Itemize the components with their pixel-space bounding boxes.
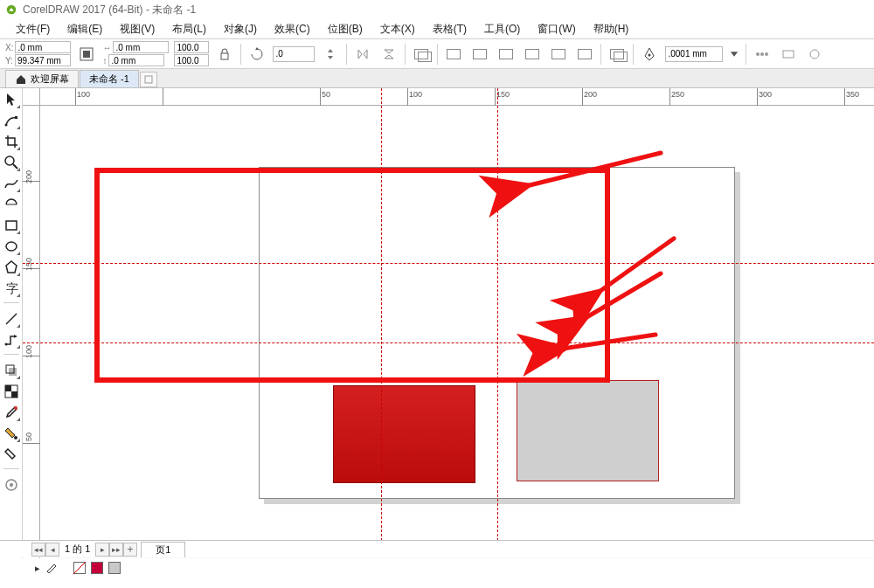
menu-bitmap[interactable]: 位图(B)	[319, 20, 371, 38]
vertical-ruler[interactable]: 20015010050	[23, 106, 40, 558]
main-area: 字 10050100150200250300350400 20015010050	[0, 88, 874, 558]
nav-add-page-button[interactable]: ＋	[123, 543, 137, 557]
nav-next-button[interactable]: ▸	[95, 543, 109, 557]
canvas[interactable]	[40, 106, 874, 558]
snap-option-1-button[interactable]	[752, 44, 773, 65]
svg-rect-12	[15, 116, 17, 119]
transparency-tool[interactable]	[2, 382, 21, 401]
menu-table[interactable]: 表格(T)	[424, 20, 475, 38]
svg-point-13	[5, 156, 14, 165]
menu-object[interactable]: 对象(J)	[215, 20, 266, 38]
window-title: CorelDRAW 2017 (64-Bit) - 未命名 -1	[23, 3, 196, 17]
nav-last-button[interactable]: ▸▸	[109, 543, 123, 557]
property-bar: X: Y: ↔ ↕	[0, 39, 874, 69]
pos-y-input[interactable]	[15, 54, 71, 66]
crop-tool[interactable]	[2, 132, 21, 151]
menu-text[interactable]: 文本(X)	[371, 20, 424, 38]
align-vcenter-button[interactable]	[548, 44, 569, 65]
outline-dropdown-button[interactable]	[728, 44, 740, 65]
page-navigator: ◂◂ ◂ 1 的 1 ▸ ▸▸ ＋ 页1	[0, 540, 874, 557]
smart-drawing-tool[interactable]	[2, 195, 21, 214]
pick-tool[interactable]	[2, 90, 21, 109]
workspace: 10050100150200250300350400 20015010050	[23, 88, 874, 558]
interactive-fill-tool[interactable]	[2, 424, 21, 443]
shape-tool[interactable]	[2, 111, 21, 130]
options-tool[interactable]	[2, 475, 21, 495]
mirror-h-button[interactable]	[352, 44, 373, 65]
eyedropper-tool[interactable]	[2, 403, 21, 422]
drop-shadow-tool[interactable]	[2, 361, 21, 380]
rectangle-tool[interactable]	[2, 216, 21, 235]
align-hcenter-button[interactable]	[469, 44, 490, 65]
tab-document[interactable]: 未命名 -1	[80, 70, 139, 87]
svg-point-21	[4, 343, 7, 346]
mirror-v-button[interactable]	[378, 44, 399, 65]
tab-welcome[interactable]: 欢迎屏幕	[5, 70, 79, 87]
menu-file[interactable]: 文件(F)	[7, 20, 59, 38]
zoom-tool[interactable]	[2, 153, 21, 172]
menu-layout[interactable]: 布局(L)	[163, 20, 215, 38]
swatch-1[interactable]	[91, 562, 103, 574]
text-tool[interactable]: 字	[2, 279, 21, 298]
svg-point-5	[756, 52, 760, 56]
snap-option-2-button[interactable]	[778, 44, 799, 65]
lock-ratio-button[interactable]	[214, 44, 235, 65]
svg-rect-3	[221, 53, 228, 59]
ellipse-tool[interactable]	[2, 237, 21, 256]
nav-prev-button[interactable]: ◂	[45, 543, 59, 557]
ruler-origin[interactable]	[23, 88, 40, 106]
align-bottom-button[interactable]	[574, 44, 595, 65]
svg-point-11	[4, 124, 7, 127]
menu-tools[interactable]: 工具(O)	[475, 20, 529, 38]
connector-tool[interactable]	[2, 330, 21, 349]
red-rectangle-object[interactable]	[333, 385, 475, 483]
pos-x-input[interactable]	[15, 41, 71, 53]
page-counter: 1 的 1	[59, 543, 95, 556]
svg-rect-26	[11, 391, 17, 398]
dimension-tool[interactable]	[2, 309, 21, 329]
svg-point-9	[810, 50, 819, 59]
pen-nib-icon	[639, 44, 660, 65]
order-front-button[interactable]	[411, 44, 432, 65]
horizontal-ruler[interactable]: 10050100150200250300350400	[40, 88, 874, 106]
menu-help[interactable]: 帮助(H)	[585, 20, 638, 38]
hint-bar: ▸	[0, 558, 874, 578]
scale-y-input[interactable]	[174, 54, 209, 66]
align-right-button[interactable]	[496, 44, 517, 65]
annotation-rectangle	[94, 168, 610, 383]
svg-rect-25	[5, 385, 11, 391]
home-icon	[15, 73, 27, 86]
polygon-tool[interactable]	[2, 258, 21, 277]
page-tab[interactable]: 页1	[141, 542, 185, 557]
svg-rect-2	[83, 51, 90, 58]
rotation-input[interactable]	[273, 46, 315, 62]
outline-width-input[interactable]	[665, 46, 723, 62]
svg-rect-10	[145, 76, 152, 83]
align-left-button[interactable]	[443, 44, 464, 65]
swatch-2[interactable]	[108, 562, 121, 574]
svg-rect-8	[783, 51, 794, 58]
nofill-swatch[interactable]	[73, 562, 86, 574]
svg-line-35	[73, 562, 86, 574]
rotate-icon	[246, 44, 267, 65]
stepper-icon[interactable]	[320, 44, 341, 65]
menu-view[interactable]: 视图(V)	[111, 20, 163, 38]
scale-x-input[interactable]	[174, 41, 209, 53]
hint-pencil-icon	[45, 561, 58, 576]
snap-option-3-button[interactable]	[804, 44, 825, 65]
nav-first-button[interactable]: ◂◂	[31, 543, 45, 557]
align-top-button[interactable]	[522, 44, 543, 65]
smart-fill-tool[interactable]	[2, 445, 21, 464]
new-tab-button[interactable]	[140, 72, 157, 87]
svg-rect-16	[6, 221, 17, 230]
menu-effects[interactable]: 效果(C)	[266, 20, 319, 38]
freehand-tool[interactable]	[2, 174, 21, 193]
app-icon	[5, 3, 17, 16]
menu-edit[interactable]: 编辑(E)	[59, 20, 111, 38]
width-input[interactable]	[113, 41, 169, 53]
menu-window[interactable]: 窗口(W)	[529, 20, 584, 38]
svg-point-6	[760, 52, 764, 56]
grey-rectangle-object[interactable]	[517, 380, 659, 481]
height-input[interactable]	[108, 54, 164, 66]
combine-button[interactable]	[607, 44, 628, 65]
